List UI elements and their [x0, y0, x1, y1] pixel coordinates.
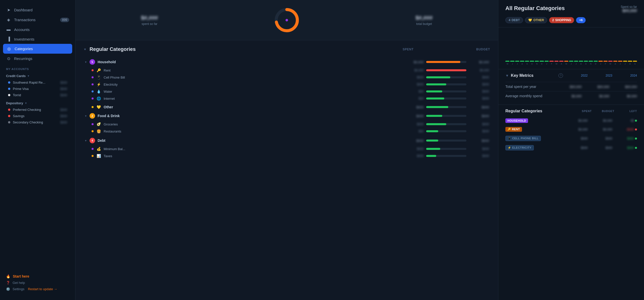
reg-cat-title: Regular Categories [505, 109, 569, 113]
metrics-avg-monthly-row: Average monthly spend $#,### $#,### $#,#… [505, 91, 637, 101]
metrics-total-2023: $##,### [582, 85, 609, 89]
min-balance-row[interactable]: 💰 Minimum Bal... $### $### [84, 145, 490, 152]
nav-recurrings[interactable]: ⊙ Recurrings [0, 54, 75, 63]
reg-cat-rent-row[interactable]: 🔑 RENT $#,### $#,### -$### [505, 125, 637, 134]
account-southwest[interactable]: Southwest Rapid Re... $### [6, 79, 69, 86]
debt-count: 4 [509, 18, 510, 22]
cellphone-spent: $### [404, 76, 424, 79]
cellphone-dot [92, 76, 94, 78]
fire-icon: 🔥 [6, 274, 10, 278]
food-drink-spent: $### [404, 114, 424, 118]
credit-cards-header[interactable]: Credit Cards ▼ [6, 74, 69, 78]
torrid-balance: $### [60, 93, 67, 97]
other-bar [426, 106, 466, 108]
groceries-spent: $### [404, 122, 424, 126]
cellphone-row[interactable]: 📱 Cell Phone Bill $### $### [84, 74, 490, 81]
electricity-table-budget: $### [590, 146, 612, 150]
account-secondary-checking[interactable]: Secondary Checking $### [6, 119, 69, 125]
month-label-18: D [594, 63, 598, 65]
account-savings[interactable]: Savings $### [6, 113, 69, 119]
debt-budget: $### [469, 139, 489, 143]
bar-25 [628, 60, 632, 62]
month-label-1: J [510, 63, 514, 65]
right-panel-header: All Regular Categories Spent so far $##,… [498, 0, 644, 27]
water-dot [92, 90, 94, 92]
settings-label: Settings [13, 287, 24, 291]
account-torrid[interactable]: Torrid $### [6, 92, 69, 98]
other-icon: 💛 [96, 105, 101, 109]
rent-budget: $#,### [469, 69, 489, 72]
rent-left-val: -$### [626, 128, 634, 131]
filter-tag-other[interactable]: 💛 OTHER [525, 17, 547, 23]
household-tag: HOUSEHOLD [505, 118, 528, 123]
metrics-help-button[interactable]: ? [558, 73, 563, 78]
reg-cat-household-row[interactable]: HOUSEHOLD $#,### $#,### 46 [505, 116, 637, 125]
bar-18 [594, 60, 598, 62]
depository-header[interactable]: Depository ▼ [6, 101, 69, 105]
groceries-row[interactable]: 🥑 Groceries $### $### [84, 121, 490, 128]
torrid-dot [8, 94, 10, 96]
categories-chevron[interactable]: ▼ [84, 48, 87, 51]
nav-investments[interactable]: ▐ Investments [0, 34, 75, 44]
depository-chevron: ▼ [25, 102, 27, 105]
restaurants-row[interactable]: 🍔 Restaurants $## $### [84, 128, 490, 135]
min-balance-bar [426, 148, 466, 150]
settings-item[interactable]: ⚙️ Settings Restart to update → [6, 287, 69, 291]
credit-cards-group: Credit Cards ▼ Southwest Rapid Re... $##… [0, 72, 75, 99]
categories-section: ▼ Regular Categories SPENT BUDGET ▼ 5 Ho… [75, 40, 498, 166]
metrics-total-2024: $##,### [609, 85, 637, 89]
food-drink-badge: 2 [90, 113, 95, 119]
food-drink-row[interactable]: ▼ 2 Food & Drink $### $### [84, 111, 490, 121]
rent-row[interactable]: 🔑 Rent $#,### $#,### [84, 67, 490, 74]
month-label-15: A [579, 63, 583, 65]
debt-row[interactable]: ▼ 4 Debt $### $### [84, 136, 490, 145]
southwest-name: Southwest Rapid Re... [13, 81, 58, 84]
budget-total-label: total budget [416, 22, 432, 26]
account-preferred-checking[interactable]: Preferred Checking $### [6, 107, 69, 113]
investments-icon: ▐ [6, 37, 11, 41]
taxes-spent: $### [404, 154, 424, 158]
metrics-avg-2024: $#,### [609, 94, 637, 98]
taxes-row[interactable]: 📊 Taxes $### $### [84, 152, 490, 159]
filter-tag-more[interactable]: +6 [576, 17, 586, 23]
reg-cat-budget-col: BUDGET [592, 110, 614, 113]
southwest-balance: $### [60, 81, 67, 84]
categories-icon: ◎ [7, 46, 12, 51]
household-budget: $#,### [469, 60, 489, 64]
cellphone-left: $### [614, 137, 637, 140]
account-prime-visa[interactable]: Prime Visa $### [6, 86, 69, 92]
prime-visa-dot [8, 88, 10, 90]
nav-dashboard[interactable]: ➤ Dashboard [0, 5, 75, 15]
month-label-10: M [554, 63, 558, 65]
electricity-row[interactable]: ⚡ Electricity $### $### [84, 81, 490, 88]
year-2023-header: 2023 [590, 74, 612, 77]
month-label-13: J [569, 63, 573, 65]
help-icon: ❓ [6, 281, 10, 285]
start-here-button[interactable]: 🔥 Start here [6, 274, 69, 278]
filter-tag-shopping[interactable]: 2 SHOPPING [549, 17, 574, 23]
main-content: $#,### spent so far $#,### total budget … [75, 0, 498, 300]
internet-row[interactable]: 🌐 Internet $## $### [84, 95, 490, 102]
internet-name: Internet [104, 97, 401, 101]
spent-col-header: SPENT [383, 48, 414, 51]
metrics-total-spent-row: Total spent per year $##,### $##,### $##… [505, 82, 637, 91]
categories-title: Regular Categories [90, 46, 380, 52]
savings-name: Savings [13, 114, 58, 118]
reg-cat-electricity-row[interactable]: ⚡ ELECTRICITY $### $### $### [505, 143, 637, 152]
nav-transactions[interactable]: ◈ Transactions 899 [0, 15, 75, 25]
accounts-icon: ▬ [6, 27, 11, 32]
chart-month-labels: MJJASONDJFMAMJJASNDJFMAJJAS [505, 63, 637, 65]
reg-cat-cellphone-row[interactable]: 📱 CELL PHONE BILL $### $### $### [505, 134, 637, 143]
internet-icon: 🌐 [96, 96, 101, 101]
other-row[interactable]: 💛 Other $### $### [84, 103, 490, 111]
month-label-8: J [545, 63, 549, 65]
get-help-item[interactable]: ❓ Get help [6, 281, 69, 285]
debt-badge: 4 [90, 138, 95, 143]
electricity-bar [426, 83, 466, 85]
nav-categories[interactable]: ◎ Categories [3, 44, 72, 54]
household-row[interactable]: ▼ 5 Household $#,### $#,### [84, 57, 490, 67]
filter-tag-debt[interactable]: 4 DEBT [505, 17, 523, 23]
metrics-chevron[interactable]: ▼ [505, 74, 509, 78]
nav-accounts[interactable]: ▬ Accounts [0, 25, 75, 34]
water-row[interactable]: 💧 Water $## $### [84, 88, 490, 95]
